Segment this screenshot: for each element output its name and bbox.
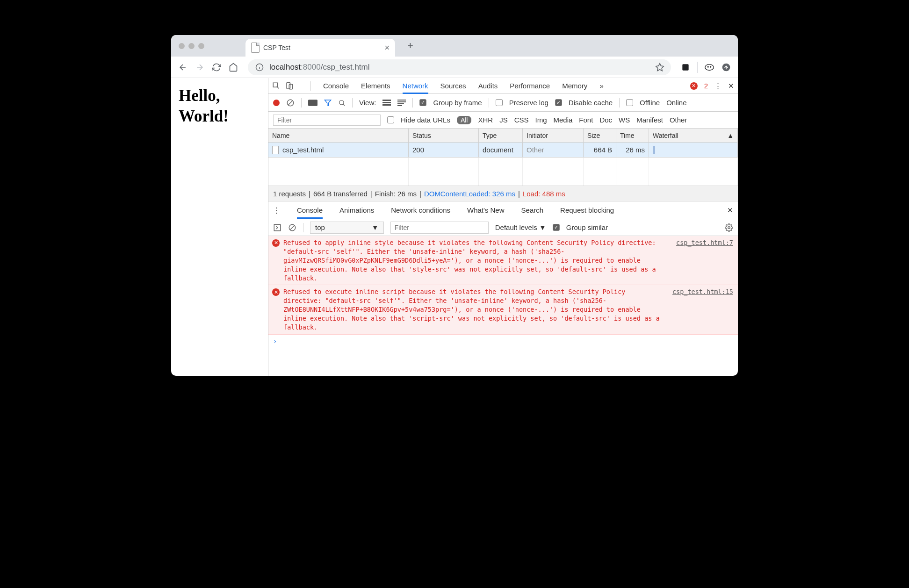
close-window-button[interactable] <box>179 43 185 49</box>
tab-sources[interactable]: Sources <box>440 82 466 90</box>
group-by-frame-checkbox[interactable]: ✓ <box>419 99 426 106</box>
console-levels-select[interactable]: Default levels ▼ <box>495 223 546 231</box>
inspect-element-icon[interactable] <box>272 82 281 90</box>
view-label: View: <box>359 99 376 107</box>
screenshots-icon[interactable] <box>308 100 317 106</box>
clear-button[interactable] <box>286 99 295 107</box>
url-path: /csp_test.html <box>321 63 370 72</box>
close-tab-button[interactable]: × <box>384 43 390 53</box>
disable-cache-checkbox[interactable]: ✓ <box>555 99 562 106</box>
svg-line-17 <box>343 104 345 105</box>
filter-type-ws[interactable]: WS <box>619 116 630 124</box>
error-source-link[interactable]: csp_test.html:15 <box>672 287 733 331</box>
view-small-icon[interactable] <box>397 100 406 106</box>
filter-type-manifest[interactable]: Manifest <box>636 116 663 124</box>
filter-type-js[interactable]: JS <box>499 116 508 124</box>
device-toggle-icon[interactable] <box>285 82 294 90</box>
network-filter-input[interactable] <box>273 115 381 126</box>
svg-point-28 <box>728 226 730 229</box>
filter-type-css[interactable]: CSS <box>514 116 529 124</box>
drawer-tab-network-conditions[interactable]: Network conditions <box>391 206 450 214</box>
drawer-tab-search[interactable]: Search <box>521 206 544 214</box>
group-similar-checkbox[interactable]: ✓ <box>553 224 560 231</box>
svg-point-6 <box>707 66 708 67</box>
drawer-tab-request-blocking[interactable]: Request blocking <box>560 206 614 214</box>
col-size[interactable]: Size <box>584 129 616 142</box>
updates-icon[interactable] <box>721 62 731 72</box>
drawer-tab-whats-new[interactable]: What's New <box>467 206 505 214</box>
filter-type-xhr[interactable]: XHR <box>478 116 493 124</box>
request-status: 200 <box>409 143 479 157</box>
filter-icon[interactable] <box>324 99 332 107</box>
separator <box>489 98 489 108</box>
svg-marker-3 <box>656 63 664 71</box>
drawer-tab-console[interactable]: Console <box>297 206 323 219</box>
search-icon[interactable] <box>338 99 346 107</box>
tab-console[interactable]: Console <box>323 82 349 90</box>
record-button[interactable] <box>273 100 280 106</box>
heading-line: Hello, <box>179 86 220 105</box>
tab-title: CSP Test <box>263 44 381 51</box>
minimize-window-button[interactable] <box>188 43 195 49</box>
network-request-row[interactable]: csp_test.html 200 document Other 664 B 2… <box>268 143 738 158</box>
filter-type-media[interactable]: Media <box>554 116 573 124</box>
col-initiator[interactable]: Initiator <box>523 129 584 142</box>
console-error-row[interactable]: ✕ Refused to apply inline style because … <box>268 236 738 285</box>
error-message: Refused to execute inline script because… <box>283 287 663 331</box>
document-icon <box>272 146 279 154</box>
tab-performance[interactable]: Performance <box>510 82 550 90</box>
tab-network[interactable]: Network <box>403 82 428 94</box>
error-source-link[interactable]: csp_test.html:7 <box>676 238 733 282</box>
maximize-window-button[interactable] <box>198 43 204 49</box>
console-context-select[interactable]: top▼ <box>310 222 384 234</box>
col-time[interactable]: Time <box>616 129 649 142</box>
bookmark-icon[interactable] <box>655 63 664 72</box>
tab-elements[interactable]: Elements <box>361 82 390 90</box>
tab-audits[interactable]: Audits <box>478 82 498 90</box>
forward-button[interactable] <box>195 62 205 72</box>
console-settings-icon[interactable] <box>725 223 733 232</box>
separator: | <box>309 190 310 198</box>
browser-tab[interactable]: CSP Test × <box>245 39 395 57</box>
col-name[interactable]: Name <box>268 129 409 142</box>
drawer-menu-icon[interactable]: ⋮ <box>273 206 280 215</box>
console-sidebar-toggle-icon[interactable] <box>273 223 281 232</box>
url-field[interactable]: localhost:8000/csp_test.html <box>248 59 671 75</box>
new-tab-button[interactable]: + <box>407 40 413 52</box>
back-button[interactable] <box>178 62 188 72</box>
filter-type-img[interactable]: Img <box>535 116 547 124</box>
console-filter-input[interactable] <box>390 222 489 234</box>
offline-checkbox[interactable] <box>626 99 633 106</box>
site-info-icon[interactable] <box>254 62 265 72</box>
view-large-icon[interactable] <box>382 100 391 106</box>
col-status[interactable]: Status <box>409 129 479 142</box>
tab-memory[interactable]: Memory <box>562 82 587 90</box>
online-label[interactable]: Online <box>666 99 686 107</box>
filter-type-doc[interactable]: Doc <box>599 116 612 124</box>
console-clear-icon[interactable] <box>288 223 296 232</box>
error-count[interactable]: 2 <box>704 82 708 90</box>
svg-rect-10 <box>287 82 290 89</box>
drawer-tab-animations[interactable]: Animations <box>339 206 374 214</box>
col-type[interactable]: Type <box>479 129 523 142</box>
home-button[interactable] <box>228 62 238 72</box>
svg-rect-18 <box>382 100 391 101</box>
separator: | <box>370 190 372 198</box>
more-tabs-icon[interactable]: » <box>599 82 603 90</box>
console-prompt[interactable]: › <box>268 335 738 348</box>
devtools-menu-icon[interactable]: ⋮ <box>714 82 721 90</box>
reload-button[interactable] <box>211 62 222 72</box>
filter-type-font[interactable]: Font <box>579 116 593 124</box>
profile-icon[interactable] <box>704 62 714 72</box>
drawer-close-button[interactable]: ✕ <box>727 206 733 215</box>
devtools-close-button[interactable]: ✕ <box>728 82 734 90</box>
filter-type-all[interactable]: All <box>457 116 472 124</box>
filter-type-other[interactable]: Other <box>670 116 687 124</box>
request-waterfall <box>649 143 738 157</box>
hide-data-urls-checkbox[interactable] <box>387 116 394 123</box>
col-waterfall[interactable]: Waterfall▲ <box>649 129 738 142</box>
preserve-log-checkbox[interactable] <box>496 99 503 106</box>
extension-icon[interactable] <box>680 62 691 72</box>
separator: | <box>518 190 520 198</box>
console-error-row[interactable]: ✕ Refused to execute inline script becau… <box>268 285 738 334</box>
